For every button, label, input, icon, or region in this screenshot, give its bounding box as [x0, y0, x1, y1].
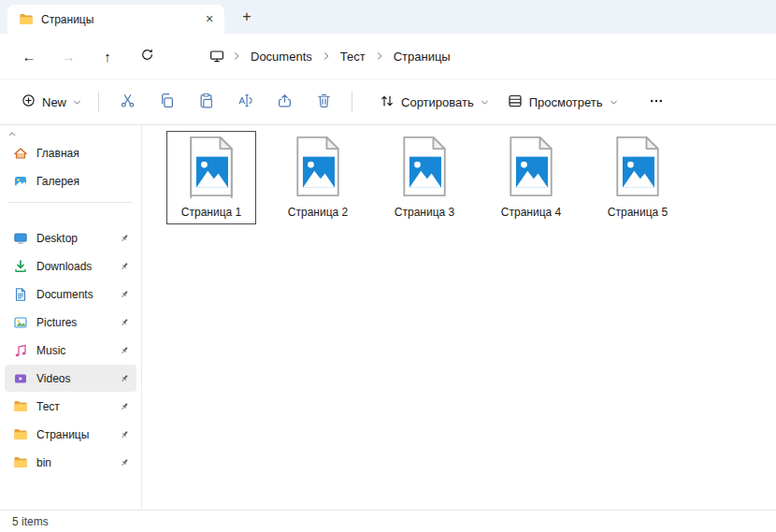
- item-count: 5 items: [12, 515, 49, 528]
- file-name: Страница 1: [181, 206, 241, 219]
- breadcrumb-item-stranitsy[interactable]: Страницы: [386, 45, 458, 68]
- new-tab-button[interactable]: +: [236, 6, 258, 28]
- file-item-stranitsa-3[interactable]: Страница 3: [380, 131, 469, 224]
- sort-button-label: Сортировать: [401, 95, 474, 109]
- downloads-icon: [13, 259, 28, 274]
- file-name: Страница 3: [395, 206, 454, 219]
- delete-button[interactable]: [306, 86, 341, 118]
- file-name: Страница 2: [288, 206, 348, 219]
- chevron-right-icon: [322, 51, 331, 61]
- sidebar-item-desktop[interactable]: Desktop: [5, 224, 137, 252]
- pin-icon: [119, 317, 130, 328]
- cut-button[interactable]: [109, 86, 145, 118]
- pictures-icon: [13, 315, 28, 330]
- folder-icon: [13, 399, 28, 414]
- close-icon[interactable]: ×: [200, 10, 219, 29]
- file-item-stranitsa-5[interactable]: Страница 5: [593, 131, 683, 224]
- breadcrumb-item-test[interactable]: Тест: [333, 45, 373, 68]
- sidebar-item-documents[interactable]: Documents: [5, 280, 137, 308]
- image-file-icon: [293, 135, 343, 202]
- copy-icon: [159, 93, 175, 111]
- file-item-stranitsa-2[interactable]: Страница 2: [273, 131, 363, 224]
- file-name: Страница 4: [501, 206, 561, 219]
- more-options-button[interactable]: [640, 87, 672, 117]
- refresh-icon: [140, 48, 154, 65]
- file-item-stranitsa-1[interactable]: Страница 1: [166, 131, 256, 224]
- folder-icon: [13, 455, 28, 470]
- toolbar-divider: [352, 92, 352, 112]
- tab-bar: Страницы × +: [0, 0, 776, 34]
- folder-icon: [13, 427, 28, 442]
- file-name: Страница 5: [608, 206, 668, 219]
- navigation-bar: ← → ↑ Documents Тест Страницы: [0, 34, 776, 79]
- sidebar-item-pictures[interactable]: Pictures: [5, 309, 137, 336]
- pin-icon: [119, 261, 130, 272]
- file-explorer-window: Страницы × + ← → ↑ Documents Тест Страни…: [0, 0, 776, 532]
- paste-icon: [198, 93, 214, 111]
- sort-icon: [380, 93, 395, 111]
- sidebar-scroll-up-button[interactable]: [3, 127, 138, 138]
- toolbar-divider: [98, 92, 99, 112]
- breadcrumb-item-documents[interactable]: Documents: [243, 45, 320, 68]
- pin-icon: [119, 289, 130, 300]
- new-button[interactable]: New: [13, 88, 90, 116]
- sidebar-item-gallery[interactable]: Галерея: [5, 167, 137, 194]
- tab-title: Страницы: [41, 13, 193, 26]
- sort-button[interactable]: Сортировать: [370, 88, 498, 117]
- music-icon: [13, 343, 28, 358]
- sidebar-item-stranitsy[interactable]: Страницы: [5, 421, 137, 448]
- chevron-right-icon: [232, 51, 241, 61]
- rename-button[interactable]: [227, 86, 263, 118]
- app-body: Главная Галерея Desktop Downloads Docum: [0, 125, 776, 510]
- gallery-icon: [13, 174, 28, 189]
- up-button[interactable]: ↑: [92, 41, 123, 71]
- forward-arrow-icon: →: [62, 49, 76, 65]
- sidebar-item-test[interactable]: Тест: [5, 393, 137, 420]
- chevron-down-icon: [73, 95, 81, 109]
- sidebar-item-music[interactable]: Music: [5, 337, 137, 364]
- plus-circle-icon: [22, 93, 36, 110]
- refresh-button[interactable]: [131, 41, 163, 71]
- sidebar-item-downloads[interactable]: Downloads: [5, 252, 137, 280]
- view-icon: [508, 93, 523, 111]
- status-bar: 5 items: [0, 510, 776, 532]
- view-button[interactable]: Просмотреть: [498, 88, 627, 117]
- back-arrow-icon: ←: [22, 49, 36, 65]
- rename-icon: [237, 93, 253, 111]
- tab-active[interactable]: Страницы ×: [7, 5, 224, 34]
- chevron-down-icon: [481, 95, 489, 109]
- documents-icon: [13, 287, 28, 302]
- sidebar-item-bin[interactable]: bin: [5, 449, 137, 476]
- folder-icon: [19, 12, 34, 27]
- sidebar-divider: [8, 202, 133, 203]
- image-file-icon: [612, 135, 663, 202]
- copy-button[interactable]: [149, 86, 184, 118]
- pin-icon: [119, 457, 130, 468]
- home-icon: [13, 146, 28, 161]
- navigation-pane: Главная Галерея Desktop Downloads Docum: [0, 125, 142, 510]
- scissors-icon: [120, 93, 136, 111]
- chevron-up-icon: [7, 127, 17, 138]
- breadcrumb: Documents Тест Страницы: [204, 45, 458, 68]
- ellipsis-icon: [649, 93, 664, 111]
- sidebar-spacer: [3, 210, 138, 223]
- sidebar-item-videos[interactable]: Videos: [5, 365, 137, 392]
- sidebar-item-home[interactable]: Главная: [5, 139, 137, 166]
- forward-button[interactable]: →: [52, 41, 84, 71]
- up-arrow-icon: ↑: [104, 49, 111, 65]
- pin-icon: [119, 345, 130, 356]
- new-button-label: New: [42, 95, 66, 109]
- file-grid: Страница 1 Страница 2 Страница 3 Страниц…: [166, 131, 776, 224]
- file-item-stranitsa-4[interactable]: Страница 4: [486, 131, 576, 224]
- this-pc-icon[interactable]: [204, 45, 230, 67]
- share-icon: [277, 93, 293, 111]
- chevron-down-icon: [610, 95, 618, 109]
- view-button-label: Просмотреть: [529, 95, 603, 109]
- paste-button[interactable]: [188, 86, 223, 118]
- command-toolbar: New Сортировать Просмотр: [0, 79, 776, 125]
- image-file-icon: [506, 135, 556, 202]
- file-list-area: Страница 1 Страница 2 Страница 3 Страниц…: [142, 125, 776, 510]
- videos-icon: [13, 371, 28, 386]
- back-button[interactable]: ←: [13, 41, 45, 71]
- share-button[interactable]: [266, 86, 302, 118]
